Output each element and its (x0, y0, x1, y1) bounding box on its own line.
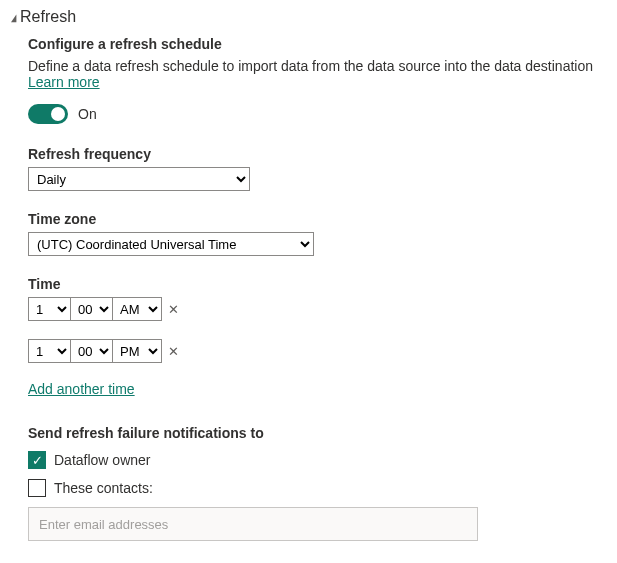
time-label: Time (28, 276, 607, 292)
time-row: 1 00 PM ✕ (28, 339, 607, 363)
configure-description-text: Define a data refresh schedule to import… (28, 58, 593, 74)
configure-heading: Configure a refresh schedule (28, 36, 607, 52)
time-ampm-select[interactable]: AM (113, 298, 161, 320)
add-time-link[interactable]: Add another time (28, 381, 135, 397)
timezone-label: Time zone (28, 211, 607, 227)
toggle-label: On (78, 106, 97, 122)
refresh-toggle[interactable] (28, 104, 68, 124)
time-hour-select[interactable]: 1 (29, 340, 71, 362)
notifications-heading: Send refresh failure notifications to (28, 425, 607, 441)
remove-time-icon[interactable]: ✕ (168, 302, 179, 317)
owner-checkbox[interactable]: ✓ (28, 451, 46, 469)
contacts-checkbox-label: These contacts: (54, 480, 153, 496)
time-ampm-select[interactable]: PM (113, 340, 161, 362)
section-title: Refresh (20, 8, 76, 26)
configure-description: Define a data refresh schedule to import… (28, 58, 607, 90)
frequency-label: Refresh frequency (28, 146, 607, 162)
time-minute-select[interactable]: 00 (71, 340, 113, 362)
time-hour-select[interactable]: 1 (29, 298, 71, 320)
time-row: 1 00 AM ✕ (28, 297, 607, 321)
time-minute-select[interactable]: 00 (71, 298, 113, 320)
frequency-select[interactable]: Daily (28, 167, 250, 191)
remove-time-icon[interactable]: ✕ (168, 344, 179, 359)
learn-more-link[interactable]: Learn more (28, 74, 100, 90)
toggle-knob (51, 107, 65, 121)
contacts-input[interactable] (28, 507, 478, 541)
contacts-checkbox[interactable] (28, 479, 46, 497)
collapse-icon[interactable]: ◢ (11, 12, 17, 23)
timezone-select[interactable]: (UTC) Coordinated Universal Time (28, 232, 314, 256)
owner-checkbox-label: Dataflow owner (54, 452, 151, 468)
